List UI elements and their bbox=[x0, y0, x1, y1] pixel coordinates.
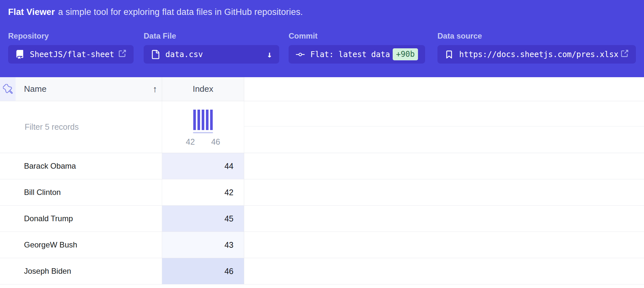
index-cell: 42 bbox=[162, 179, 244, 205]
histogram-axis bbox=[193, 132, 213, 133]
data-source-control: Data source https://docs.sheetjs.com/pre… bbox=[437, 31, 636, 64]
grid-body: Barack Obama 44 Bill Clinton 42 Donald T… bbox=[0, 153, 644, 284]
filter-row: 42 46 bbox=[0, 101, 644, 153]
commit-control: Commit Flat: latest data +90b bbox=[289, 31, 425, 64]
commit-message: Flat: latest data bbox=[310, 50, 390, 59]
repository-link[interactable]: SheetJS/flat-sheet bbox=[8, 45, 134, 64]
row-empty-area bbox=[244, 179, 644, 205]
data-file-control: Data File data.csv ↓ bbox=[144, 31, 279, 64]
histogram-bar bbox=[206, 110, 209, 130]
column-header-index-label: Index bbox=[193, 84, 213, 94]
name-cell: Bill Clinton bbox=[0, 179, 162, 205]
histogram-bar bbox=[210, 110, 213, 130]
commit-diff-badge: +90b bbox=[393, 48, 418, 60]
controls-row: Repository SheetJS/flat-sheet Data File bbox=[8, 31, 636, 64]
index-cell: 44 bbox=[162, 153, 244, 179]
name-cell: Barack Obama bbox=[0, 153, 162, 179]
data-file-label: Data File bbox=[144, 31, 279, 41]
flat-viewer-app: Flat Viewera simple tool for exploring f… bbox=[0, 0, 644, 288]
file-icon bbox=[151, 50, 160, 59]
banner-title-row: Flat Viewera simple tool for exploring f… bbox=[8, 7, 636, 17]
table-row: Bill Clinton 42 bbox=[0, 179, 644, 206]
histogram-bar bbox=[193, 110, 196, 130]
data-source-link[interactable]: https://docs.sheetjs.com/pres.xlsx bbox=[437, 45, 636, 64]
filter-index-cell: 42 46 bbox=[162, 101, 244, 153]
commit-select[interactable]: Flat: latest data +90b bbox=[289, 45, 425, 64]
git-commit-icon bbox=[296, 50, 305, 59]
filter-empty-area bbox=[244, 101, 644, 153]
index-cell: 43 bbox=[162, 232, 244, 258]
repository-label: Repository bbox=[8, 31, 134, 41]
external-link-icon bbox=[118, 49, 126, 58]
column-header-name-label: Name bbox=[24, 84, 46, 94]
sort-ascending-icon: ↑ bbox=[153, 84, 157, 94]
bookmark-icon bbox=[445, 50, 454, 59]
data-source-trail bbox=[620, 49, 629, 59]
index-cell: 46 bbox=[162, 258, 244, 284]
repo-book-icon bbox=[15, 50, 24, 59]
column-header-name[interactable]: Name ↑ bbox=[16, 77, 162, 101]
table-row: Joseph Biden 46 bbox=[0, 258, 644, 284]
header-empty-area bbox=[244, 77, 644, 101]
grid-header-row: Name ↑ Index bbox=[0, 77, 644, 101]
filter-input[interactable] bbox=[24, 122, 149, 132]
app-title: Flat Viewer bbox=[8, 7, 55, 17]
data-source-url: https://docs.sheetjs.com/pres.xlsx bbox=[459, 50, 618, 59]
top-banner: Flat Viewera simple tool for exploring f… bbox=[0, 0, 644, 77]
table-row: Barack Obama 44 bbox=[0, 153, 644, 179]
external-link-icon bbox=[620, 49, 629, 58]
histogram-min-label: 42 bbox=[186, 137, 195, 147]
repository-control: Repository SheetJS/flat-sheet bbox=[8, 31, 134, 64]
table-row: Donald Trump 45 bbox=[0, 206, 644, 232]
download-icon: ↓ bbox=[267, 49, 272, 59]
index-cell: 45 bbox=[162, 206, 244, 232]
name-cell: GeorgeW Bush bbox=[0, 232, 162, 258]
repository-trail bbox=[118, 49, 126, 59]
filter-name-cell bbox=[0, 101, 162, 153]
commit-label: Commit bbox=[289, 31, 425, 41]
repository-value: SheetJS/flat-sheet bbox=[30, 50, 114, 59]
row-empty-area bbox=[244, 206, 644, 232]
data-file-value: data.csv bbox=[165, 50, 203, 59]
row-empty-area bbox=[244, 153, 644, 179]
table-row: GeorgeW Bush 43 bbox=[0, 232, 644, 258]
histogram-bars bbox=[193, 110, 213, 130]
app-subtitle: a simple tool for exploring flat data fi… bbox=[58, 7, 303, 17]
data-source-label: Data source bbox=[437, 31, 636, 41]
row-empty-area bbox=[244, 232, 644, 258]
column-header-index[interactable]: Index bbox=[162, 77, 244, 101]
pin-column-header[interactable] bbox=[0, 77, 16, 101]
row-divider bbox=[244, 126, 644, 126]
histogram-bar bbox=[202, 110, 204, 130]
name-cell: Donald Trump bbox=[0, 206, 162, 232]
histogram-max-label: 46 bbox=[211, 137, 220, 147]
histogram-bar bbox=[197, 110, 200, 130]
name-cell: Joseph Biden bbox=[0, 258, 162, 284]
index-histogram[interactable]: 42 46 bbox=[186, 110, 220, 147]
histogram-labels: 42 46 bbox=[186, 137, 220, 147]
data-file-select[interactable]: data.csv ↓ bbox=[144, 45, 279, 64]
pin-icon bbox=[3, 84, 13, 94]
data-grid: Name ↑ Index bbox=[0, 77, 644, 284]
row-empty-area bbox=[244, 258, 644, 284]
